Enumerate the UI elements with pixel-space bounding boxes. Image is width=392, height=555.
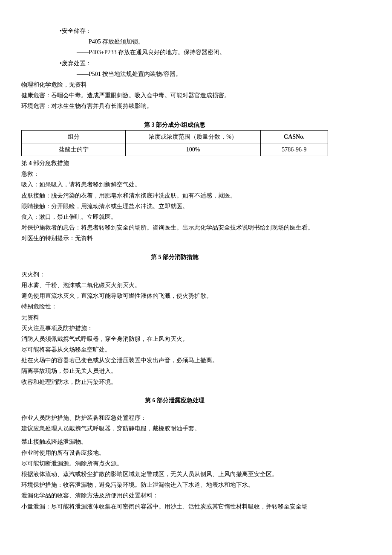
spill-p5: 根据液体流动、蒸汽或粉尘扩散的影响区域划定警戒区，无关人员从侧风、上风向撤离至安… (21, 469, 328, 479)
extinguisher-text: 用水雾、干粉、泡沫或二氧化碳灭火剂灭火。 (21, 280, 328, 291)
section-5-title: 第 5 部分消防措施 (21, 252, 328, 262)
disposal-heading: •废弃处置： (21, 58, 328, 69)
spill-p1: 建议应急处理人员戴携气式呼吸器，穿防静电服，戴橡胶耐油手套。 (21, 423, 328, 434)
col-component: 组分 (22, 130, 126, 143)
section-4-title: 第 4 部分急救措施 (21, 158, 328, 169)
fire-p5: 收容和处理消防水，防止污染环境。 (21, 377, 328, 387)
table-row: 盐酸士的宁 100% 5786-96-9 (22, 143, 328, 156)
spill-p2: 禁止接触或跨越泄漏物。 (21, 436, 328, 447)
spill-env: 环境保护措施：收容泄漏物，避免污染环境。防止泄漏物进入下水道、地表水和地下水。 (21, 479, 328, 490)
first-aid-skin: 皮肤接触：脱去污染的衣着，用肥皂水和清水彻底冲洗皮肤。如有不适感，就医。 (21, 190, 328, 201)
special-hazard-text: 无资料 (21, 312, 328, 323)
cell-cas: 5786-96-9 (260, 143, 328, 156)
first-aid-ingestion: 食入：漱口，禁止催吐。立即就医。 (21, 212, 328, 222)
cell-component: 盐酸士的宁 (22, 143, 126, 156)
first-aid-rescuer: 对保护施救者的忠告：将患者转移到安全的场所。咨询医生。出示此化学品安全技术说明书… (21, 222, 328, 233)
fire-p2: 尽可能将容器从火场移至空旷处。 (21, 344, 328, 355)
col-concentration: 浓度或浓度范围（质量分数，%） (126, 130, 260, 143)
fire-p1: 消防人员须佩戴携气式呼吸器，穿全身消防服，在上风向灭火。 (21, 334, 328, 344)
storage-heading: •安全储存： (21, 26, 328, 36)
composition-table: 组分 浓度或浓度范围（质量分数，%） CASNo. 盐酸士的宁 100% 578… (21, 130, 328, 156)
first-aid-eye: 眼睛接触：分开眼睑，用流动清水或生理盐水冲洗。立即就医。 (21, 201, 328, 212)
fire-precaution-label: 灭火注意事项及防护措施： (21, 323, 328, 334)
extinguisher-label: 灭火剂： (21, 269, 328, 280)
personnel-label: 作业人员防护措施、防护装备和应急处置程序： (21, 413, 328, 423)
extinguisher-avoid: 避免使用直流水灭火，直流水可能导致可燃性液体的飞溅，使火势扩散。 (21, 291, 328, 301)
cleanup-label: 泄漏化学品的收容、清除方法及所使用的处置材料： (21, 490, 328, 501)
col-cas: CASNo. (260, 130, 328, 143)
section-3-title: 第 3 部分成分/组成信息 (21, 119, 328, 130)
hazard-environment: 环境危害：对水生生物有害并具有长期持续影响。 (21, 101, 328, 111)
fire-p4: 隔离事故现场，禁止无关人员进入。 (21, 366, 328, 376)
table-header-row: 组分 浓度或浓度范围（质量分数，%） CASNo. (22, 130, 328, 143)
cell-concentration: 100% (126, 143, 260, 156)
spill-p3: 作业时使用的所有设备应接地。 (21, 447, 328, 458)
hazard-health: 健康危害：吞咽会中毒。造成严重眼刺激。吸入会中毒。可能对器官造成损害。 (21, 90, 328, 101)
hazard-physical: 物理和化学危险，无资料 (21, 79, 328, 90)
fire-p3: 处在火场中的容器若已变色或从安全泄压装置中发出声音，必须马上撤离。 (21, 355, 328, 366)
storage-p405: ——P405 存放处须加锁。 (21, 36, 328, 47)
storage-p403-p233: ——P403+P233 存放在通风良好的地方。保持容器密闭。 (21, 47, 328, 58)
section-6-title: 第 6 部分泄露应急处理 (21, 395, 328, 406)
first-aid-inhalation: 吸入：如果吸入，请将患者移到新鲜空气处。 (21, 179, 328, 190)
spill-p4: 尽可能切断泄漏源。消除所有点火源。 (21, 458, 328, 469)
small-spill: 小量泄漏：尽可能将泄漏液体收集在可密闭的容器中。用沙土、活性炭或其它惰性材料吸收… (21, 501, 328, 512)
first-aid-label: 急救： (21, 169, 328, 179)
first-aid-doctor: 对医生的特别提示：无资料 (21, 233, 328, 244)
special-hazard-label: 特别危险性： (21, 301, 328, 312)
disposal-p501: ——P501 按当地法规处置内装物/容器。 (21, 69, 328, 79)
